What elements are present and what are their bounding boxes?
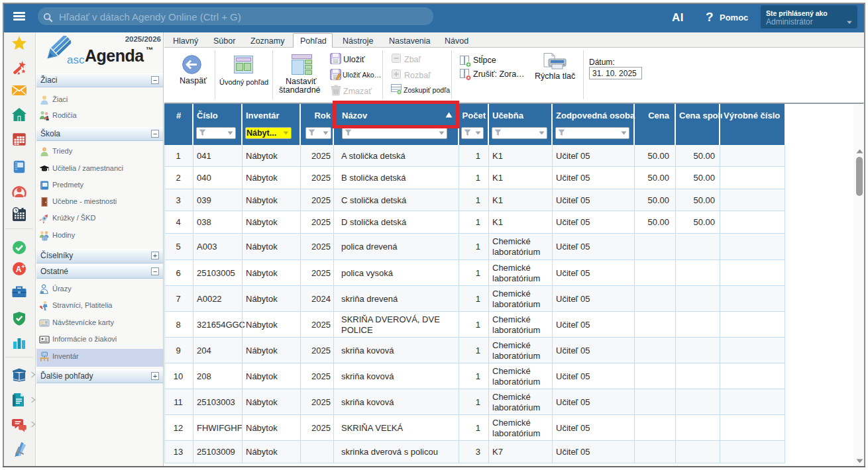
svg-text:+: + — [21, 263, 25, 270]
svg-text:A: A — [16, 265, 22, 274]
